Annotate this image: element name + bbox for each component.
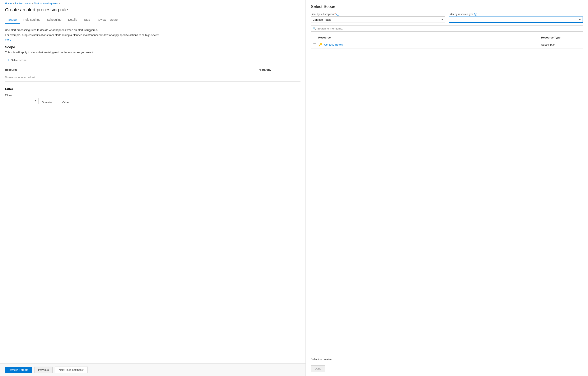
filter-filters-label: Filters — [5, 94, 38, 97]
filter-value-col: Value — [62, 101, 79, 104]
resource-name-cell[interactable]: 🔑 Contoso Hotels — [318, 43, 541, 47]
filter-row-top: Filter by subscription * i Contoso Hotel… — [311, 13, 583, 23]
tab-details[interactable]: Details — [65, 16, 80, 24]
right-panel: Select Scope Filter by subscription * i … — [306, 0, 588, 376]
breadcrumb-sep-3: > — [59, 2, 60, 5]
more-link[interactable]: more — [5, 38, 11, 41]
done-button[interactable]: Done — [311, 365, 325, 372]
select-scope-title: Select Scope — [311, 4, 583, 9]
breadcrumb-home[interactable]: Home — [5, 2, 12, 5]
scope-col-resource: Resource — [5, 68, 259, 71]
filter-value-label: Value — [62, 101, 79, 104]
filter-section-title: Filter — [5, 87, 301, 91]
description-line1: Use alert processing rules to decide wha… — [5, 28, 301, 32]
left-panel: Home > Backup center > Alert processing … — [0, 0, 306, 376]
row-checkbox-container — [311, 43, 318, 46]
tab-review-create[interactable]: Review + create — [93, 16, 121, 24]
right-bottom-bar: Done — [311, 362, 583, 372]
filter-operator-col: Operator — [42, 101, 59, 104]
scope-col-hierarchy: Hierarchy — [259, 68, 301, 71]
resource-type-cell: Subscription — [541, 43, 583, 46]
previous-button[interactable]: Previous — [34, 366, 53, 373]
scope-table: Resource Hierarchy No resource selected … — [5, 66, 301, 82]
review-create-button[interactable]: Review + create — [5, 367, 32, 373]
tab-tags[interactable]: Tags — [80, 16, 94, 24]
next-button[interactable]: Next: Rule settings > — [55, 366, 88, 373]
scope-table-header: Resource Hierarchy — [5, 66, 301, 73]
search-input[interactable] — [317, 27, 581, 30]
tab-rule-settings[interactable]: Rule settings — [20, 16, 44, 24]
search-icon: 🔍 — [313, 27, 316, 30]
col-resource-type-header: Resource Type — [541, 36, 583, 39]
row-checkbox[interactable] — [313, 43, 316, 46]
search-box: 🔍 — [311, 25, 583, 32]
resource-table: Resource Resource Type 🔑 Contoso Hotels … — [311, 34, 583, 355]
page-title: Create an alert processing rule — [0, 6, 305, 16]
tab-scheduling[interactable]: Scheduling — [44, 16, 65, 24]
filter-filters-col: Filters — [5, 94, 38, 104]
resource-table-header: Resource Resource Type — [311, 34, 583, 41]
breadcrumb-backup-center[interactable]: Backup center — [15, 2, 31, 5]
breadcrumb-sep-2: > — [32, 2, 33, 5]
resource-type-dropdown[interactable] — [449, 17, 583, 23]
right-panel-inner: Select Scope Filter by subscription * i … — [311, 4, 583, 372]
subscription-info-icon[interactable]: i — [336, 13, 339, 16]
filter-filters-select[interactable] — [5, 98, 38, 104]
col-resource-name-header: Resource — [318, 36, 541, 39]
required-star: * — [335, 13, 336, 16]
select-scope-button[interactable]: + Select scope — [5, 57, 29, 63]
filter-section: Filter Filters Operator Value — [5, 87, 301, 104]
breadcrumb-sep-1: > — [12, 2, 14, 5]
filter-subscription-group: Filter by subscription * i Contoso Hotel… — [311, 13, 445, 23]
selection-preview: Selection preview — [311, 355, 583, 362]
scope-section-title: Scope — [5, 45, 301, 49]
resource-type-info-icon[interactable]: i — [474, 13, 477, 16]
scope-table-empty: No resource selected yet — [5, 73, 301, 81]
filter-resource-type-label: Filter by resource type i — [449, 13, 583, 16]
filter-row: Filters Operator Value — [5, 94, 301, 104]
breadcrumb-alert-rules[interactable]: Alert processing rules — [34, 2, 58, 5]
resource-name-text: Contoso Hotels — [324, 43, 343, 46]
bottom-bar: Review + create Previous Next: Rule sett… — [0, 364, 305, 376]
tab-scope[interactable]: Scope — [5, 16, 20, 24]
filter-resource-type-group: Filter by resource type i — [449, 13, 583, 23]
tab-bar: Scope Rule settings Scheduling Details T… — [0, 16, 305, 24]
description-line2: For example, suppress notifications from… — [5, 33, 301, 37]
scope-section-desc: This rule will apply to alerts that are … — [5, 51, 301, 54]
filter-operator-label: Operator — [42, 101, 59, 104]
col-check-header — [311, 36, 318, 39]
left-content: Use alert processing rules to decide wha… — [0, 24, 305, 364]
subscription-dropdown[interactable]: Contoso Hotels — [311, 17, 445, 23]
plus-icon: + — [8, 58, 10, 62]
selection-preview-label: Selection preview — [311, 358, 583, 361]
breadcrumb: Home > Backup center > Alert processing … — [0, 0, 305, 6]
key-icon: 🔑 — [318, 43, 322, 47]
table-row: 🔑 Contoso Hotels Subscription — [311, 41, 583, 49]
select-scope-label: Select scope — [11, 59, 26, 62]
filter-subscription-label: Filter by subscription * i — [311, 13, 445, 16]
